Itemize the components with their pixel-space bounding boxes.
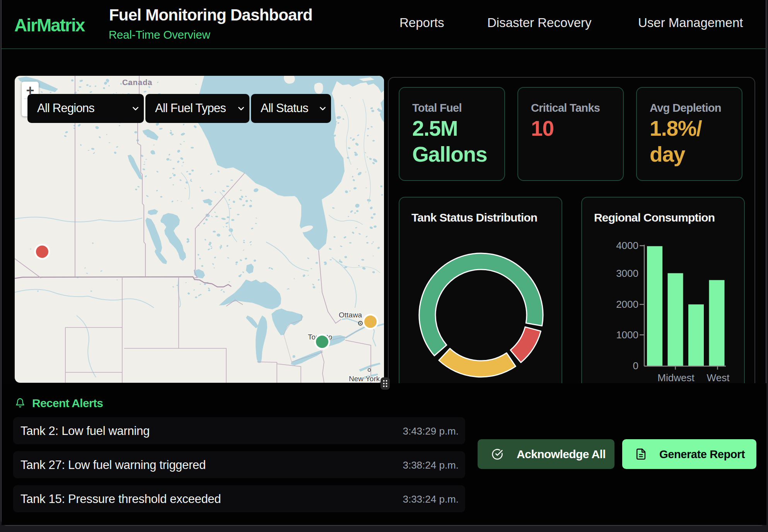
svg-text:Midwest: Midwest xyxy=(657,372,695,384)
svg-text:3000: 3000 xyxy=(616,268,638,279)
svg-text:West: West xyxy=(707,372,730,384)
svg-text:4000: 4000 xyxy=(616,240,638,251)
svg-text:0: 0 xyxy=(633,360,638,372)
svg-text:1000: 1000 xyxy=(616,329,638,341)
svg-text:Canada: Canada xyxy=(122,78,152,87)
svg-text:Ottawa: Ottawa xyxy=(339,311,362,319)
svg-text:2000: 2000 xyxy=(616,298,638,310)
svg-text:New York: New York xyxy=(349,375,380,383)
